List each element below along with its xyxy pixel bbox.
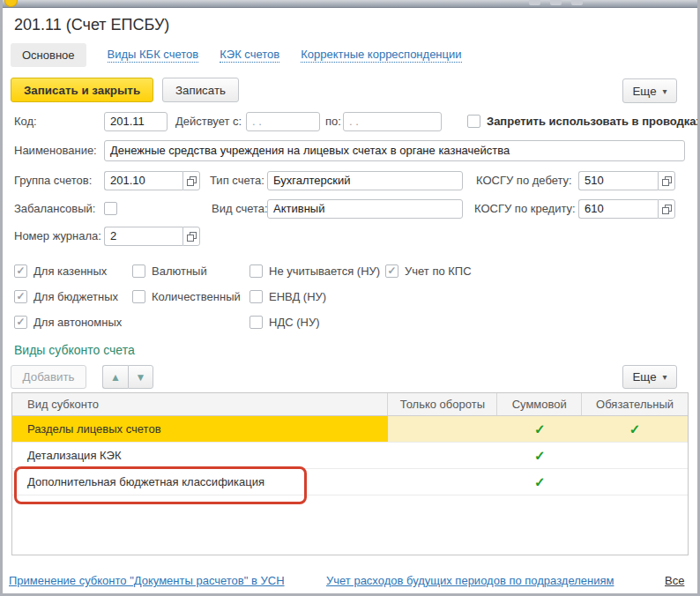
more-button-subkonto[interactable]: Еще ▾	[622, 365, 677, 389]
table-row[interactable]: Детализация КЭК ✓	[12, 443, 688, 469]
subkonto-section-title: Виды субконто счета	[14, 343, 135, 357]
more-button-top[interactable]: Еще ▾	[622, 78, 677, 103]
kosgu-debit-label: КОСГУ по дебету:	[476, 171, 572, 190]
kosgu-debit-input[interactable]: 510	[578, 171, 658, 190]
window-titlebar	[0, 0, 700, 8]
more-button-label: Еще	[632, 370, 656, 384]
valid-to-label: по:	[325, 112, 341, 131]
flag-kolichestvenny[interactable]: Количественный	[132, 289, 241, 303]
tab-correct-correspondence[interactable]: Корректные корреспонденции	[301, 48, 461, 63]
tab-bar: Основное Виды КБК счетов КЭК счетов Корр…	[11, 43, 462, 67]
table-row[interactable]: Дополнительная бюджетная классификация ✓	[12, 469, 688, 495]
account-type-label: Тип счета:	[210, 171, 264, 190]
subkonto-name-cell[interactable]: Дополнительная бюджетная классификация	[12, 469, 388, 495]
checkbox[interactable]	[249, 264, 263, 278]
tab-kek-accounts[interactable]: КЭК счетов	[220, 48, 279, 63]
dropdown-arrow-icon: ▾	[663, 86, 667, 96]
column-header-obyazatelny: Обязательный	[582, 393, 688, 415]
checkmark-icon: ✓	[15, 317, 26, 328]
checkmark-icon: ✓	[15, 265, 26, 277]
checkbox[interactable]: ✓	[14, 316, 27, 329]
tab-kbk-accounts[interactable]: Виды КБК счетов	[108, 48, 199, 63]
window-close-icon[interactable]	[571, 0, 583, 5]
choose-icon[interactable]	[182, 171, 200, 190]
only-turnovers-cell[interactable]	[388, 469, 497, 495]
flag-avtonomnyh[interactable]: ✓ Для автономных	[14, 315, 122, 329]
save-and-close-button[interactable]: Записать и закрыть	[11, 78, 153, 102]
link-subkonto-usn[interactable]: Применение субконто "Документы расчетов"…	[9, 574, 285, 587]
down-arrow-icon: ▼	[136, 371, 146, 384]
only-turnovers-cell[interactable]	[388, 416, 497, 442]
checkbox[interactable]: ✓	[385, 264, 398, 278]
summary-check-cell[interactable]: ✓	[497, 443, 582, 468]
column-header-summovoy: Суммовой	[497, 393, 582, 415]
journal-number-input[interactable]: 2	[104, 227, 182, 246]
kosgu-credit-input[interactable]: 610	[578, 199, 658, 219]
link-all[interactable]: Все	[665, 574, 684, 587]
subkonto-name-cell[interactable]: Детализация КЭК	[12, 443, 388, 468]
checkbox[interactable]: ✓	[14, 290, 27, 303]
account-kind-input[interactable]: Активный	[267, 199, 463, 219]
subkonto-table: Вид субконто Только обороты Суммовой Обя…	[11, 392, 689, 555]
only-turnovers-cell[interactable]	[388, 443, 497, 468]
choose-icon[interactable]	[658, 171, 675, 190]
forbid-label: Запретить использовать в проводках	[487, 112, 700, 131]
tab-main[interactable]: Основное	[11, 43, 86, 67]
flag-byudzhetnyh[interactable]: ✓ Для бюджетных	[14, 289, 118, 303]
flag-ne-uchityvaetsya[interactable]: Не учитывается (НУ)	[249, 264, 380, 278]
table-row[interactable]: Разделы лицевых счетов ✓ ✓	[12, 416, 688, 443]
flag-uchet-po-kps[interactable]: ✓ Учет по КПС	[385, 264, 472, 278]
required-check-cell[interactable]	[582, 469, 688, 495]
app-logo-icon	[4, 0, 18, 7]
flag-kazennyh[interactable]: ✓ Для казенных	[14, 264, 107, 278]
subkonto-name-cell[interactable]: Разделы лицевых счетов	[12, 416, 388, 442]
journal-number-field: 2	[104, 227, 200, 246]
required-check-cell[interactable]: ✓	[582, 416, 688, 442]
dropdown-arrow-icon: ▾	[663, 372, 667, 382]
flag-nds[interactable]: НДС (НУ)	[249, 315, 320, 329]
account-form-window: 201.11 (Счет ЕПСБУ) Основное Виды КБК сч…	[0, 0, 700, 596]
kosgu-credit-label: КОСГУ по кредиту:	[474, 199, 576, 219]
group-input[interactable]: 201.10	[104, 171, 182, 190]
checkbox[interactable]: ✓	[14, 264, 27, 278]
up-arrow-icon: ▲	[110, 371, 121, 384]
table-header-row: Вид субконто Только обороты Суммовой Обя…	[12, 393, 688, 416]
journal-number-label: Номер журнала:	[14, 227, 101, 246]
choose-icon[interactable]	[182, 227, 200, 246]
flag-valyutny[interactable]: Валютный	[132, 264, 207, 278]
forbid-checkbox[interactable]	[467, 115, 480, 128]
move-up-button[interactable]: ▲	[102, 365, 128, 389]
required-check-cell[interactable]	[582, 443, 688, 468]
choose-icon[interactable]	[658, 199, 675, 219]
offbalance-label: Забалансовый:	[14, 199, 95, 219]
checkbox[interactable]	[132, 264, 145, 278]
window-minimize-icon[interactable]	[529, 0, 540, 5]
offbalance-checkbox[interactable]	[104, 202, 117, 215]
column-header-vid-subkonto: Вид субконто	[12, 393, 388, 415]
save-button[interactable]: Записать	[162, 78, 239, 102]
account-type-input[interactable]: Бухгалтерский	[267, 171, 463, 190]
checkbox[interactable]	[249, 290, 263, 303]
valid-to-input[interactable]: . .	[343, 112, 442, 131]
checkbox[interactable]	[132, 290, 145, 303]
flag-label: НДС (НУ)	[269, 316, 320, 329]
code-label: Код:	[14, 112, 37, 131]
move-down-button[interactable]: ▼	[128, 365, 153, 389]
window-maximize-icon[interactable]	[550, 0, 562, 5]
link-future-expenses[interactable]: Учет расходов будущих периодов по подраз…	[326, 574, 614, 587]
group-field: 201.10	[104, 171, 200, 190]
summary-check-cell[interactable]: ✓	[497, 469, 582, 495]
add-button[interactable]: Добавить	[11, 365, 86, 389]
valid-from-input[interactable]: . .	[246, 112, 320, 131]
flag-label: Валютный	[152, 264, 207, 278]
kosgu-debit-field: 510	[578, 171, 675, 190]
code-input[interactable]: 201.11	[104, 112, 168, 131]
flag-label: Для бюджетных	[34, 290, 118, 303]
summary-check-cell[interactable]: ✓	[497, 416, 582, 442]
flag-label: Количественный	[152, 290, 241, 303]
name-label: Наименование:	[14, 141, 97, 160]
name-input[interactable]: Денежные средства учреждения на лицевых …	[104, 140, 685, 161]
form-title: 201.11 (Счет ЕПСБУ)	[14, 16, 169, 34]
checkbox[interactable]	[249, 316, 263, 329]
flag-envd[interactable]: ЕНВД (НУ)	[249, 289, 326, 303]
